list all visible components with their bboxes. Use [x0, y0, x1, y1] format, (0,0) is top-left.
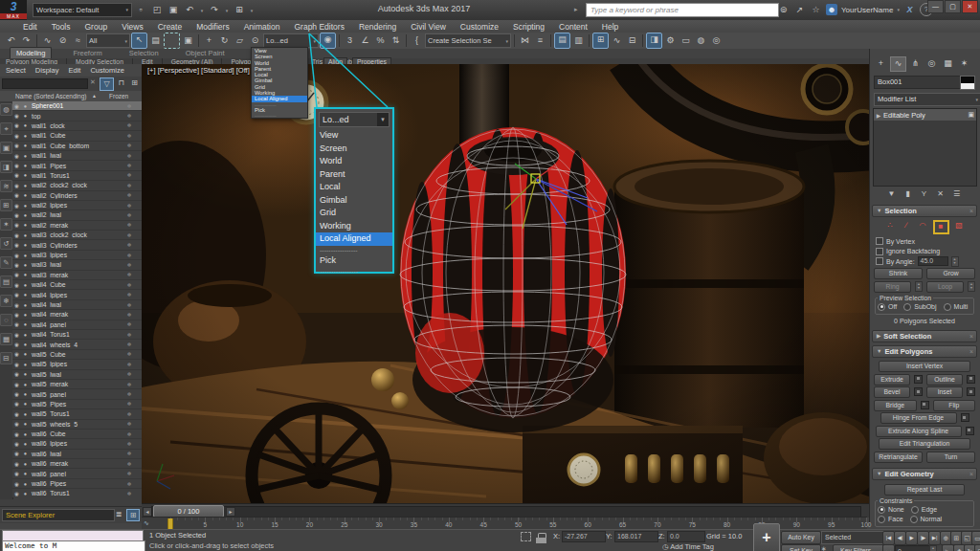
visibility-eye-icon[interactable]: ◉: [12, 133, 21, 139]
frozen-snowflake-icon[interactable]: ❄: [117, 253, 142, 258]
frozen-snowflake-icon[interactable]: ❄: [117, 481, 142, 487]
visibility-eye-icon[interactable]: ◉: [12, 192, 21, 198]
scene-object-row[interactable]: ◉●wall4_lwal❄: [12, 300, 142, 310]
menu-edit[interactable]: Edit: [23, 22, 37, 32]
edit-triangulation-button[interactable]: Edit Triangulation: [879, 438, 970, 450]
frozen-snowflake-icon[interactable]: ❄: [117, 371, 142, 377]
frozen-snowflake-icon[interactable]: ❄: [117, 122, 142, 128]
create-tab[interactable]: +: [874, 56, 888, 70]
coord-menu-item-view[interactable]: View: [316, 129, 392, 143]
reference-coordinate-system-dropdown[interactable]: Lo...ed▾: [263, 33, 319, 48]
border-subobject-icon[interactable]: ◠: [917, 220, 929, 231]
visibility-eye-icon[interactable]: ◉: [12, 302, 21, 308]
modifier-stack-item[interactable]: ▶ Editable Poly ▣: [874, 109, 976, 121]
material-editor-icon[interactable]: ◨: [646, 33, 662, 49]
selection-filter-dropdown[interactable]: All▾: [86, 33, 130, 48]
visibility-eye-icon[interactable]: ◉: [12, 232, 21, 238]
explorer-menu-display[interactable]: Display: [35, 66, 59, 75]
menu-graph-editors[interactable]: Graph Editors: [294, 22, 344, 32]
new-scene-icon[interactable]: ▫: [134, 3, 147, 16]
frozen-snowflake-icon[interactable]: ❄: [117, 471, 142, 476]
coord-menu-item-working[interactable]: Working: [316, 220, 392, 233]
search-find-icon[interactable]: ⊚: [777, 4, 790, 16]
scene-object-row[interactable]: ◉●wall2_merak❄: [12, 221, 142, 231]
minimize-button[interactable]: —: [927, 0, 944, 13]
lock-explorer-icon[interactable]: ⊓: [115, 77, 127, 89]
menu-group[interactable]: Group: [85, 22, 108, 32]
constraint-radio-face[interactable]: [878, 516, 885, 523]
soft-selection-rollout-header[interactable]: ▶ Soft Selection ×: [872, 330, 977, 342]
scene-object-row[interactable]: ◉●wall3_Cylinders❄: [12, 240, 142, 250]
selection-rollout-header[interactable]: ▼ Selection ×: [872, 205, 977, 217]
ribbon-tab-object-paint[interactable]: Object Paint: [180, 48, 231, 58]
ring-button[interactable]: Ring: [874, 281, 911, 293]
frozen-snowflake-icon[interactable]: ❄: [117, 431, 142, 437]
visibility-eye-icon[interactable]: ◉: [12, 342, 21, 347]
coord-menu-item-screen[interactable]: Screen: [316, 143, 392, 156]
display-tab[interactable]: ▦: [941, 56, 955, 70]
frozen-snowflake-icon[interactable]: ❄: [117, 342, 142, 347]
save-file-icon[interactable]: ▣: [167, 3, 180, 16]
redo-icon[interactable]: ↷: [19, 33, 33, 48]
frozen-snowflake-icon[interactable]: ❄: [117, 203, 142, 209]
scene-object-row[interactable]: ◉●wall6_Cube❄: [12, 430, 142, 439]
select-and-rotate-icon[interactable]: ↻: [217, 33, 232, 48]
menu-tools[interactable]: Tools: [52, 22, 71, 32]
frozen-snowflake-icon[interactable]: ❄: [117, 302, 142, 308]
percent-snap-toggle-icon[interactable]: %: [373, 33, 388, 48]
toggle-layer-explorer-icon[interactable]: ▤: [554, 33, 570, 49]
ignore-backfacing-checkbox[interactable]: Ignore Backfacing: [874, 247, 975, 257]
key-mode-toggle-icon[interactable]: ⊷: [882, 544, 895, 551]
constraint-radio-normal[interactable]: [910, 516, 918, 523]
rendered-frame-window-icon[interactable]: ▭: [679, 33, 693, 48]
menu-help[interactable]: Help: [602, 22, 618, 32]
filter-funnel-icon[interactable]: ▽: [100, 77, 114, 91]
visibility-eye-icon[interactable]: ◉: [12, 292, 21, 298]
display-xrefs-icon[interactable]: ✎: [0, 256, 12, 269]
visibility-eye-icon[interactable]: ◉: [12, 451, 21, 456]
frozen-snowflake-icon[interactable]: ❄: [117, 143, 142, 148]
curve-editor-icon[interactable]: ∿: [610, 33, 624, 48]
visibility-eye-icon[interactable]: ◉: [12, 321, 21, 327]
frozen-snowflake-icon[interactable]: ❄: [117, 232, 142, 238]
edit-geometry-rollout-header[interactable]: ▼ Edit Geometry ×: [872, 468, 977, 480]
visibility-eye-icon[interactable]: ◉: [12, 103, 21, 109]
scene-object-row[interactable]: ◉●wall4_panel❄: [12, 320, 142, 330]
scene-object-row[interactable]: ◉●wall1_Torus1❄: [12, 171, 142, 181]
frozen-snowflake-icon[interactable]: ❄: [117, 103, 142, 109]
scene-object-row[interactable]: ◉●wall1_lwal❄: [12, 151, 142, 161]
explorer-menu-edit[interactable]: Edit: [68, 66, 80, 75]
bridge-button[interactable]: Bridge: [874, 400, 917, 411]
display-helpers-icon[interactable]: ⊞: [0, 199, 12, 211]
ribbon-tab-modeling[interactable]: Modeling: [10, 47, 52, 58]
visibility-eye-icon[interactable]: ◉: [12, 272, 21, 277]
perspective-viewport[interactable]: [+] [Perspective] [Standard] [Off]: [142, 64, 869, 503]
menu-modifiers[interactable]: Modifiers: [196, 22, 229, 32]
menu-civil-view[interactable]: Civil View: [411, 22, 446, 32]
render-setup-icon[interactable]: ⚙: [663, 33, 678, 48]
scene-object-row[interactable]: ◉●wall5_Torus1❄: [12, 409, 142, 419]
username-label[interactable]: YourUserName: [841, 6, 893, 14]
undo-icon[interactable]: ↶: [183, 3, 196, 16]
scene-object-row[interactable]: ◉●wall1_Pipes❄: [12, 161, 142, 170]
explorer-options-icon[interactable]: ⊞: [128, 77, 141, 89]
show-end-result-icon[interactable]: ▮: [902, 188, 914, 200]
menu-views[interactable]: Views: [122, 22, 144, 32]
workspace-dropdown[interactable]: Workspace: Default ▾: [33, 3, 132, 17]
element-subobject-icon[interactable]: ▧: [953, 220, 966, 231]
menu-customize[interactable]: Customize: [460, 22, 499, 32]
vertex-subobject-icon[interactable]: ∴: [884, 220, 897, 231]
outline-settings-icon[interactable]: [967, 375, 975, 384]
frozen-snowflake-icon[interactable]: ❄: [117, 461, 142, 467]
undo-icon[interactable]: ↶: [4, 33, 18, 48]
visibility-eye-icon[interactable]: ◉: [12, 253, 21, 258]
select-object-icon[interactable]: ↖: [131, 33, 147, 49]
scene-object-row[interactable]: ◉●Sphere001❄: [12, 101, 142, 111]
utilities-tab[interactable]: ✶: [957, 56, 971, 70]
scene-object-row[interactable]: ◉●wall6_lpipes❄: [12, 439, 142, 449]
preview-radio-subobj[interactable]: [903, 303, 911, 311]
visibility-eye-icon[interactable]: ◉: [12, 203, 21, 209]
visibility-eye-icon[interactable]: ◉: [12, 312, 21, 318]
maximize-button[interactable]: ▢: [945, 0, 961, 13]
frozen-snowflake-icon[interactable]: ❄: [117, 272, 142, 277]
